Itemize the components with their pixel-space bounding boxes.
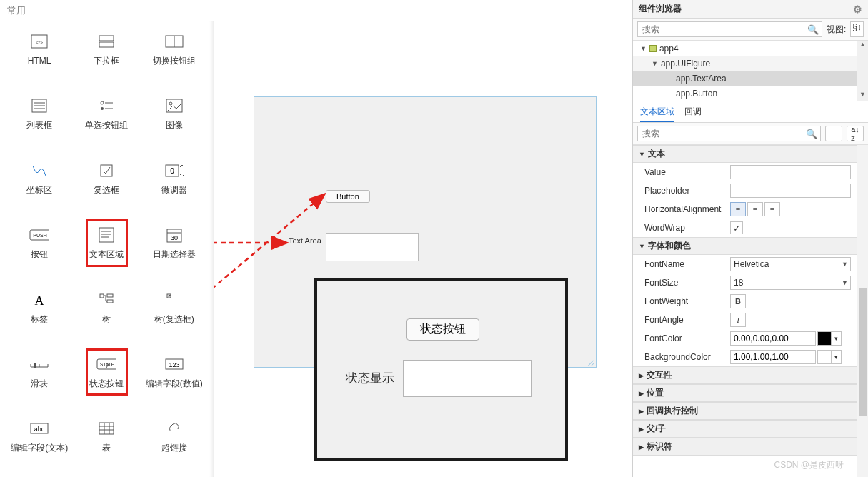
palette-item-html[interactable]: </>HTML — [6, 30, 73, 69]
prop-bgcolor: BackgroundColor▾ — [633, 348, 857, 366]
svg-text:A: A — [35, 293, 44, 307]
palette-item-listbox[interactable]: 列表框 — [6, 94, 73, 133]
categorize-button[interactable]: ☰ — [825, 126, 842, 141]
section-parent[interactable]: ▶父/子 — [633, 420, 857, 438]
browser-search[interactable]: 🔍 — [637, 21, 822, 37]
palette-item-dropdown[interactable]: 下拉框 — [73, 30, 140, 69]
fontsize-select[interactable]: 18▼ — [730, 276, 851, 290]
palette-item-link[interactable]: 超链接 — [141, 417, 208, 456]
palette-item-label: 滑块 — [31, 378, 48, 388]
palette-item-label: 标签 — [31, 314, 48, 324]
state-icon: STATE — [96, 356, 116, 373]
palette-item-treechk[interactable]: 树(复选框) — [141, 288, 208, 327]
app-icon — [649, 45, 657, 52]
axes-icon — [29, 162, 49, 179]
chevron-down-icon[interactable]: ▼ — [652, 60, 658, 67]
tree-row-child[interactable]: app.TextArea — [633, 71, 868, 86]
palette-item-image[interactable]: 图像 — [141, 94, 208, 133]
section-callback-exec[interactable]: ▶回调执行控制 — [633, 402, 857, 420]
palette-item-checkbox[interactable]: 复选框 — [73, 159, 140, 198]
align-right-icon[interactable]: ≡ — [764, 202, 780, 216]
ui-textarea[interactable] — [326, 233, 419, 261]
tab-callback[interactable]: 回调 — [684, 106, 702, 122]
component-tree[interactable]: ▼ app4 ▼ app.UIFigure app.TextAreaapp.Bu… — [633, 41, 868, 101]
bold-toggle[interactable]: B — [730, 294, 746, 308]
wordwrap-checkbox[interactable]: ✓ — [730, 221, 743, 234]
fontcolor-input[interactable] — [730, 331, 816, 346]
design-canvas[interactable]: Button Text Area 状态按钮 状态显示 — [214, 0, 632, 477]
image-icon — [164, 97, 184, 114]
palette-item-label: 树(复选框) — [154, 314, 194, 324]
tree-scrollbar[interactable]: ▲▼ — [857, 41, 868, 101]
section-font[interactable]: ▼字体和颜色 — [633, 237, 857, 255]
svg-text:123: 123 — [169, 361, 179, 368]
placeholder-input[interactable] — [730, 184, 851, 198]
palette-item-axes[interactable]: 坐标区 — [6, 159, 73, 198]
svg-rect-46 — [99, 423, 114, 434]
section-position[interactable]: ▶位置 — [633, 384, 857, 402]
inspector-panel: 组件浏览器 ⚙ 🔍 视图: §↕ ▼ app4 ▼ app.UIFigure a… — [632, 0, 868, 477]
inspector-search-input[interactable] — [641, 128, 806, 139]
tree-row-figure[interactable]: ▼ app.UIFigure — [633, 56, 868, 71]
align-center-icon[interactable]: ≡ — [747, 202, 763, 216]
palette-item-label: 编辑字段(数值) — [146, 378, 203, 388]
resize-handle-icon[interactable] — [587, 358, 594, 366]
section-text[interactable]: ▼文本 — [633, 145, 857, 163]
palette-item-spinner[interactable]: 0微调器 — [141, 159, 208, 198]
state-button[interactable]: 状态按钮 — [406, 318, 479, 341]
palette-item-slider[interactable]: 滑块 — [6, 353, 73, 391]
tab-textarea[interactable]: 文本区域 — [640, 106, 674, 122]
search-icon[interactable]: 🔍 — [806, 129, 817, 139]
svg-point-12 — [101, 107, 104, 110]
gear-icon[interactable]: ⚙ — [853, 4, 862, 15]
bgcolor-input[interactable] — [730, 350, 816, 364]
preview-overlay: 状态按钮 状态显示 — [314, 278, 568, 461]
browser-search-input[interactable] — [641, 24, 807, 35]
view-select[interactable]: §↕ — [850, 21, 864, 37]
align-left-icon[interactable]: ≡ — [730, 202, 746, 216]
svg-rect-31 — [107, 300, 113, 303]
palette-item-togglegroup[interactable]: 切换按钮组 — [141, 30, 208, 69]
palette-item-state[interactable]: STATE状态按钮 — [73, 353, 140, 391]
fontname-select[interactable]: Helvetica▼ — [730, 257, 851, 271]
ui-button[interactable]: Button — [326, 190, 370, 203]
palette-item-label: 复选框 — [94, 185, 119, 195]
palette-item-datepicker[interactable]: 30日期选择器 — [141, 224, 208, 262]
datepicker-icon: 30 — [164, 226, 184, 243]
component-palette: 常用 </>HTML下拉框切换按钮组列表框单选按钮组图像坐标区复选框0微调器PU… — [0, 0, 214, 477]
svg-rect-21 — [99, 228, 114, 242]
svg-text:abc: abc — [34, 426, 45, 433]
fontcolor-swatch[interactable] — [817, 331, 832, 346]
table-icon — [96, 420, 116, 437]
palette-item-textedit[interactable]: abc编辑字段(文本) — [6, 417, 73, 456]
state-display-textarea[interactable] — [403, 360, 532, 397]
chevron-down-icon[interactable]: ▼ — [640, 45, 647, 52]
bgcolor-swatch[interactable] — [817, 350, 832, 364]
palette-item-label: 树 — [102, 314, 111, 324]
sort-az-button[interactable]: a↓z — [847, 126, 864, 141]
svg-point-10 — [101, 101, 104, 104]
palette-item-push[interactable]: PUSH按钮 — [6, 224, 73, 262]
palette-item-tree[interactable]: 树 — [73, 288, 140, 327]
palette-item-label[interactable]: A标签 — [6, 288, 73, 327]
bgcolor-dd[interactable]: ▾ — [832, 350, 842, 364]
section-identifier[interactable]: ▶标识符 — [633, 438, 857, 456]
prop-fontweight: FontWeightB — [633, 292, 857, 311]
inspector-search[interactable]: 🔍 — [637, 126, 821, 141]
palette-item-radiogroup[interactable]: 单选按钮组 — [73, 94, 140, 133]
palette-item-numedit[interactable]: 123编辑字段(数值) — [141, 353, 208, 391]
view-label: 视图: — [827, 24, 846, 36]
value-input[interactable] — [730, 165, 851, 179]
tree-row-child[interactable]: app.Button — [633, 86, 868, 101]
palette-item-label: 切换按钮组 — [153, 56, 196, 66]
palette-item-textarea[interactable]: 文本区域 — [73, 224, 140, 262]
palette-item-label: 表 — [102, 443, 111, 453]
italic-toggle[interactable]: I — [730, 313, 746, 327]
fontcolor-dd[interactable]: ▾ — [832, 331, 842, 346]
palette-scroll[interactable]: </>HTML下拉框切换按钮组列表框单选按钮组图像坐标区复选框0微调器PUSH按… — [0, 21, 214, 477]
search-icon[interactable]: 🔍 — [807, 24, 819, 35]
palette-item-table[interactable]: 表 — [73, 417, 140, 456]
section-interactivity[interactable]: ▶交互性 — [633, 366, 857, 384]
inspector-scrollbar[interactable] — [857, 145, 868, 477]
tree-row-app[interactable]: ▼ app4 — [633, 41, 868, 56]
